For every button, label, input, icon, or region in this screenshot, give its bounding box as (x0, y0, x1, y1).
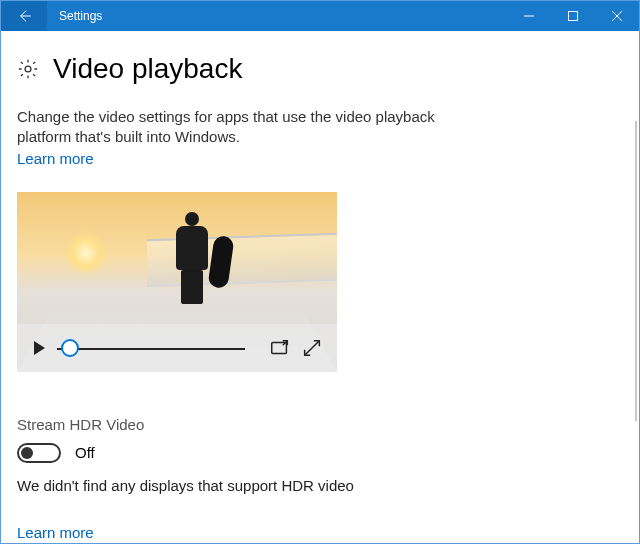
close-button[interactable] (595, 1, 639, 31)
close-icon (612, 11, 622, 21)
gear-icon (17, 58, 39, 80)
hdr-section-label: Stream HDR Video (17, 416, 623, 433)
hdr-learn-more-link[interactable]: Learn more (17, 524, 94, 541)
page-description: Change the video settings for apps that … (17, 107, 437, 148)
hdr-toggle-state: Off (75, 444, 95, 461)
video-controls (17, 324, 337, 372)
titlebar-spacer (102, 1, 507, 31)
hdr-toggle-row: Off (17, 443, 623, 463)
scroll-region[interactable]: Video playback Change the video settings… (1, 31, 639, 543)
hdr-status-message: We didn't find any displays that support… (17, 477, 623, 494)
preview-sun (63, 230, 109, 276)
maximize-button[interactable] (551, 1, 595, 31)
fullscreen-button[interactable] (301, 337, 323, 359)
minimize-icon (524, 11, 534, 21)
svg-point-1 (25, 66, 31, 72)
learn-more-link[interactable]: Learn more (17, 150, 94, 167)
settings-window: Settings Video playback Change the video… (0, 0, 640, 544)
arrow-left-icon (16, 8, 32, 24)
pip-button[interactable] (269, 337, 291, 359)
maximize-icon (568, 11, 578, 21)
video-preview (17, 192, 337, 372)
seek-track (57, 348, 245, 350)
minimize-button[interactable] (507, 1, 551, 31)
back-button[interactable] (1, 1, 47, 31)
window-title: Settings (47, 1, 102, 31)
page-heading-text: Video playback (53, 53, 242, 85)
titlebar: Settings (1, 1, 639, 31)
hdr-toggle[interactable] (17, 443, 61, 463)
seek-thumb[interactable] (61, 339, 79, 357)
preview-person (167, 212, 217, 307)
seek-bar[interactable] (57, 337, 245, 359)
scrollbar[interactable] (635, 121, 637, 421)
play-button[interactable] (31, 340, 47, 356)
toggle-knob (21, 447, 33, 459)
content-area: Video playback Change the video settings… (1, 31, 639, 543)
svg-rect-0 (569, 12, 578, 21)
page-title: Video playback (17, 53, 623, 85)
